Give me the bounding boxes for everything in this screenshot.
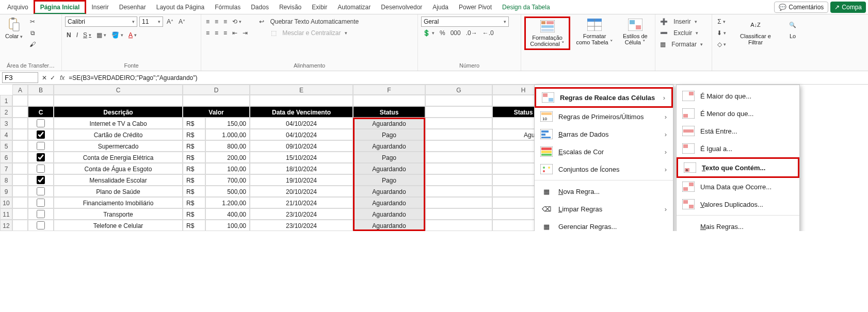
conditional-formatting-button[interactable]: Formatação Condicional ˅ [524,17,570,50]
sort-filter-button[interactable]: A↓Z Classificar e Filtrar [731,17,780,46]
align-center-button[interactable]: ≡ [213,28,220,38]
increase-decimal-button[interactable]: .0→ [464,28,479,38]
cell[interactable] [425,140,492,152]
row-head[interactable]: 7 [0,163,12,174]
menu-top-bottom-rules[interactable]: 10 Regras de Primeiros/Últimos › [535,108,673,125]
row-head[interactable]: 8 [0,174,12,186]
cell[interactable] [12,118,28,129]
checkbox-cell[interactable] [28,163,54,174]
format-cells-button[interactable]: ▦ Formatar [658,39,704,50]
cell[interactable] [250,95,353,106]
align-top-button[interactable]: ≡ [204,17,211,27]
tab-developer[interactable]: Desenvolvedor [376,2,427,13]
value-cell[interactable]: 400,00 [205,208,250,220]
date-cell[interactable]: 15/10/2024 [250,152,353,163]
date-cell[interactable]: 20/10/2024 [250,186,353,197]
checkbox-cell[interactable] [28,174,54,186]
row-head[interactable]: 11 [0,208,12,220]
checkbox-cell[interactable] [28,140,54,152]
desc-cell[interactable]: Internet e TV a Cabo [54,118,183,129]
currency-cell[interactable]: R$ [183,129,205,140]
status-cell[interactable]: Pago [353,152,425,163]
insert-cells-button[interactable]: ➕ Inserir [658,17,699,27]
cell[interactable] [28,95,54,106]
font-color-button[interactable]: A [127,30,138,40]
header-valor[interactable]: Valor [183,106,250,118]
row-head[interactable]: 2 [0,106,12,118]
clear-button[interactable]: ◇ [715,39,728,50]
tab-home[interactable]: Página Inicial [34,0,87,14]
tab-file[interactable]: Arquivo [2,2,34,13]
date-cell[interactable]: 09/10/2024 [250,140,353,152]
status-cell[interactable]: Aguardando [353,208,425,220]
value-cell[interactable]: 100,00 [205,163,250,174]
desc-cell[interactable]: Conta de Energia Elétrica [54,152,183,163]
checkbox-cell[interactable] [28,220,54,231]
indent-increase-button[interactable]: ⇥ [241,28,249,38]
align-left-button[interactable]: ≡ [204,28,211,38]
name-box[interactable] [2,72,38,83]
desc-cell[interactable]: Mensalidade Escolar [54,174,183,186]
row-checkbox[interactable] [37,187,45,195]
row-checkbox[interactable] [37,119,45,127]
col-B[interactable]: B [28,85,54,95]
merge-center-button[interactable]: ⬚ Mesclar e Centralizar [258,28,360,38]
cell[interactable] [425,208,492,220]
value-cell[interactable]: 700,00 [205,174,250,186]
menu-more-rules[interactable]: Mais Regras... [677,218,799,231]
row-checkbox[interactable] [37,199,45,207]
cell[interactable] [12,163,28,174]
menu-duplicate-values[interactable]: Valores Duplicados... [677,195,799,213]
cell[interactable] [425,118,492,129]
comments-button[interactable]: 💬 Comentários [774,2,828,13]
checkbox-cell[interactable] [28,129,54,140]
number-format-select[interactable]: Geral [421,17,509,27]
cell[interactable] [425,220,492,231]
align-bottom-button[interactable]: ≡ [222,17,229,27]
borders-button[interactable]: ▦ [95,30,108,40]
cell[interactable] [353,95,425,106]
value-cell[interactable]: 1.200,00 [205,197,250,208]
orientation-button[interactable]: ⟲ [231,17,243,27]
tab-help[interactable]: Ajuda [427,2,454,13]
menu-equal-to[interactable]: É Igual a... [677,140,799,157]
desc-cell[interactable]: Transporte [54,208,183,220]
decrease-decimal-button[interactable]: ←.0 [481,28,495,38]
cell[interactable] [12,220,28,231]
cell[interactable] [183,95,250,106]
tab-draw[interactable]: Desenhar [114,2,151,13]
desc-cell[interactable]: Telefone e Celular [54,220,183,231]
date-cell[interactable]: 23/10/2024 [250,220,353,231]
col-A[interactable]: A [12,85,28,95]
status-cell[interactable]: Aguardando [353,186,425,197]
cancel-formula-button[interactable]: ✕ [40,73,49,83]
desc-cell[interactable]: Cartão de Crédito [54,129,183,140]
cell[interactable] [12,174,28,186]
fx-icon[interactable]: fx [57,74,68,81]
desc-cell[interactable]: Financiamento Imobiliário [54,197,183,208]
cell[interactable] [12,152,28,163]
menu-color-scales[interactable]: Escalas de Cor › [535,143,673,160]
row-head[interactable]: 6 [0,152,12,163]
find-select-button[interactable]: 🔍 Lo [783,17,802,40]
status-cell[interactable]: Pago [353,129,425,140]
cell[interactable] [425,106,492,118]
cell[interactable] [12,186,28,197]
header-status[interactable]: Status [353,106,425,118]
fill-color-button[interactable]: 🪣 [110,30,125,40]
menu-date-occurring[interactable]: Uma Data que Ocorre... [677,178,799,195]
row-checkbox[interactable] [37,210,45,218]
cell[interactable] [425,95,492,106]
tab-tabledesign[interactable]: Design da Tabela [497,2,555,13]
date-cell[interactable]: 18/10/2024 [250,163,353,174]
wrap-text-button[interactable]: ↩ Quebrar Texto Automaticamente [258,17,360,27]
cell[interactable] [54,95,183,106]
status-cell[interactable]: Aguardando [353,197,425,208]
indent-decrease-button[interactable]: ⇤ [231,28,239,38]
status-cell[interactable]: Aguardando [353,220,425,231]
row-head[interactable]: 1 [0,95,12,106]
tab-powerpivot[interactable]: Power Pivot [454,2,497,13]
date-cell[interactable]: 04/10/2024 [250,129,353,140]
cell[interactable] [12,95,28,106]
currency-cell[interactable]: R$ [183,163,205,174]
